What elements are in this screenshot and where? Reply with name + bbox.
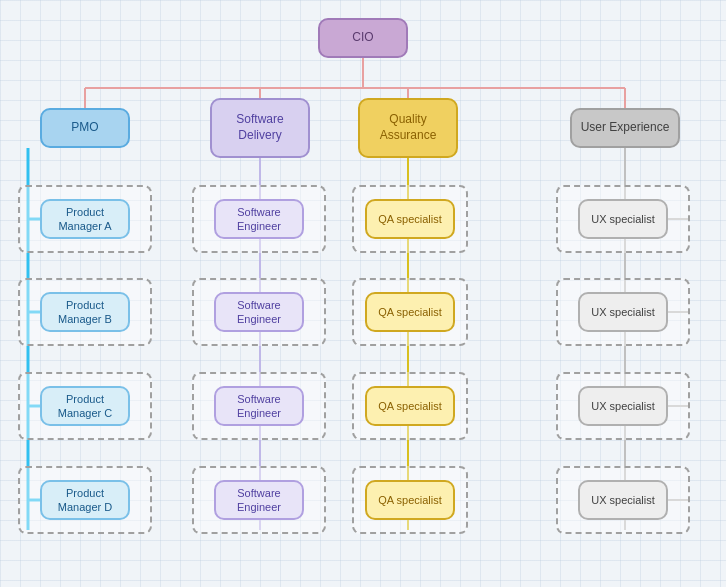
user-experience-label: User Experience <box>581 120 670 136</box>
se-node-1: Software Engineer <box>214 199 304 239</box>
qas-node-2: QA specialist <box>365 292 455 332</box>
qas-group-3: QA specialist <box>352 372 468 440</box>
pm-group-3: Product Manager C <box>18 372 152 440</box>
pm-group-4: Product Manager D <box>18 466 152 534</box>
qas-label-3: QA specialist <box>378 399 442 413</box>
se-node-3: Software Engineer <box>214 386 304 426</box>
user-experience-node: User Experience <box>570 108 680 148</box>
quality-assurance-node: Quality Assurance <box>358 98 458 158</box>
qas-label-1: QA specialist <box>378 212 442 226</box>
se-label-4: Software Engineer <box>237 486 281 515</box>
uxs-label-1: UX specialist <box>591 212 655 226</box>
cio-label: CIO <box>352 30 373 46</box>
uxs-node-1: UX specialist <box>578 199 668 239</box>
qas-node-1: QA specialist <box>365 199 455 239</box>
pmo-label: PMO <box>71 120 98 136</box>
qas-group-1: QA specialist <box>352 185 468 253</box>
quality-assurance-label: Quality Assurance <box>380 112 437 143</box>
uxs-node-2: UX specialist <box>578 292 668 332</box>
qas-label-2: QA specialist <box>378 305 442 319</box>
se-group-3: Software Engineer <box>192 372 326 440</box>
software-delivery-node: Software Delivery <box>210 98 310 158</box>
qas-node-3: QA specialist <box>365 386 455 426</box>
uxs-node-4: UX specialist <box>578 480 668 520</box>
software-delivery-label: Software Delivery <box>236 112 283 143</box>
se-group-1: Software Engineer <box>192 185 326 253</box>
pm-node-3: Product Manager C <box>40 386 130 426</box>
pm-group-1: Product Manager A <box>18 185 152 253</box>
pm-group-2: Product Manager B <box>18 278 152 346</box>
uxs-label-2: UX specialist <box>591 305 655 319</box>
org-chart: CIO PMO Software Delivery Quality Assura… <box>0 0 726 587</box>
se-group-4: Software Engineer <box>192 466 326 534</box>
pm-node-2: Product Manager B <box>40 292 130 332</box>
uxs-group-2: UX specialist <box>556 278 690 346</box>
qas-group-4: QA specialist <box>352 466 468 534</box>
cio-node: CIO <box>318 18 408 58</box>
pm-label-4: Product Manager D <box>58 486 112 515</box>
qas-label-4: QA specialist <box>378 493 442 507</box>
pmo-node: PMO <box>40 108 130 148</box>
uxs-node-3: UX specialist <box>578 386 668 426</box>
se-label-3: Software Engineer <box>237 392 281 421</box>
uxs-group-4: UX specialist <box>556 466 690 534</box>
se-label-2: Software Engineer <box>237 298 281 327</box>
uxs-group-3: UX specialist <box>556 372 690 440</box>
pm-node-4: Product Manager D <box>40 480 130 520</box>
se-node-2: Software Engineer <box>214 292 304 332</box>
uxs-label-3: UX specialist <box>591 399 655 413</box>
pm-label-3: Product Manager C <box>58 392 112 421</box>
uxs-group-1: UX specialist <box>556 185 690 253</box>
se-label-1: Software Engineer <box>237 205 281 234</box>
se-group-2: Software Engineer <box>192 278 326 346</box>
pm-label-2: Product Manager B <box>58 298 112 327</box>
uxs-label-4: UX specialist <box>591 493 655 507</box>
se-node-4: Software Engineer <box>214 480 304 520</box>
pm-label-1: Product Manager A <box>58 205 111 234</box>
qas-group-2: QA specialist <box>352 278 468 346</box>
qas-node-4: QA specialist <box>365 480 455 520</box>
pm-node-1: Product Manager A <box>40 199 130 239</box>
